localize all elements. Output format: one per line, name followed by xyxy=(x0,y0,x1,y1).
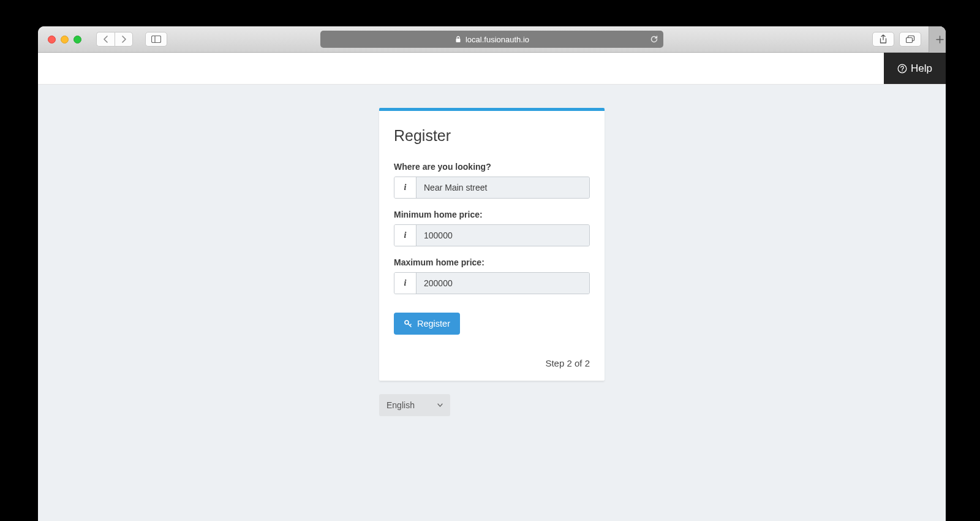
input-group-location: i xyxy=(394,177,590,199)
refresh-icon xyxy=(650,35,658,44)
input-group-max-price: i xyxy=(394,272,590,294)
card-title: Register xyxy=(394,127,590,145)
new-tab-button[interactable] xyxy=(929,26,946,53)
svg-rect-4 xyxy=(906,37,912,42)
page-body: Register Where are you looking? i Minimu… xyxy=(38,85,946,521)
help-button[interactable]: Help xyxy=(884,53,946,84)
help-label: Help xyxy=(911,63,932,75)
app-header: Help xyxy=(38,53,946,85)
nav-buttons xyxy=(96,32,133,47)
nav-forward-button[interactable] xyxy=(115,32,133,47)
language-select-wrapper: English xyxy=(379,394,605,416)
url-bar[interactable]: local.fusionauth.io xyxy=(320,31,663,48)
field-location: Where are you looking? i xyxy=(394,162,590,199)
info-icon: i xyxy=(394,273,417,294)
browser-window: local.fusionauth.io Help Register xyxy=(38,26,946,521)
window-maximize-button[interactable] xyxy=(74,36,81,44)
chevron-down-icon xyxy=(437,403,443,407)
tabs-button[interactable] xyxy=(899,32,921,47)
tabs-icon xyxy=(906,36,915,44)
traffic-lights xyxy=(48,36,81,44)
svg-point-5 xyxy=(898,64,907,73)
field-max-price: Maximum home price: i xyxy=(394,257,590,294)
window-close-button[interactable] xyxy=(48,36,56,44)
url-text: local.fusionauth.io xyxy=(466,35,529,44)
info-icon: i xyxy=(394,225,417,246)
lock-icon xyxy=(454,36,462,43)
chevron-right-icon xyxy=(121,36,127,43)
browser-titlebar: local.fusionauth.io xyxy=(38,26,946,53)
min-price-input[interactable] xyxy=(417,225,589,246)
help-icon xyxy=(897,64,907,74)
input-group-min-price: i xyxy=(394,224,590,246)
window-minimize-button[interactable] xyxy=(61,36,69,44)
language-select[interactable]: English xyxy=(379,394,450,416)
label-min-price: Minimum home price: xyxy=(394,210,590,219)
language-selected: English xyxy=(386,400,415,410)
field-min-price: Minimum home price: i xyxy=(394,210,590,246)
register-button[interactable]: Register xyxy=(394,313,460,335)
toolbar-right xyxy=(872,26,938,53)
chevron-left-icon xyxy=(103,36,108,43)
svg-rect-0 xyxy=(152,36,161,43)
sidebar-icon xyxy=(151,36,161,43)
register-button-label: Register xyxy=(417,319,450,329)
label-max-price: Maximum home price: xyxy=(394,257,590,267)
plus-icon xyxy=(936,36,944,44)
step-indicator: Step 2 of 2 xyxy=(394,358,590,368)
svg-rect-2 xyxy=(456,39,460,42)
refresh-button[interactable] xyxy=(650,35,658,44)
register-card: Register Where are you looking? i Minimu… xyxy=(379,108,605,381)
max-price-input[interactable] xyxy=(417,273,589,294)
share-button[interactable] xyxy=(872,32,894,47)
svg-point-6 xyxy=(902,70,903,72)
label-location: Where are you looking? xyxy=(394,162,590,172)
info-icon: i xyxy=(394,177,417,198)
share-icon xyxy=(879,34,888,44)
key-icon xyxy=(404,319,412,328)
sidebar-toggle-button[interactable] xyxy=(145,32,167,47)
nav-back-button[interactable] xyxy=(96,32,115,47)
location-input[interactable] xyxy=(417,177,589,198)
